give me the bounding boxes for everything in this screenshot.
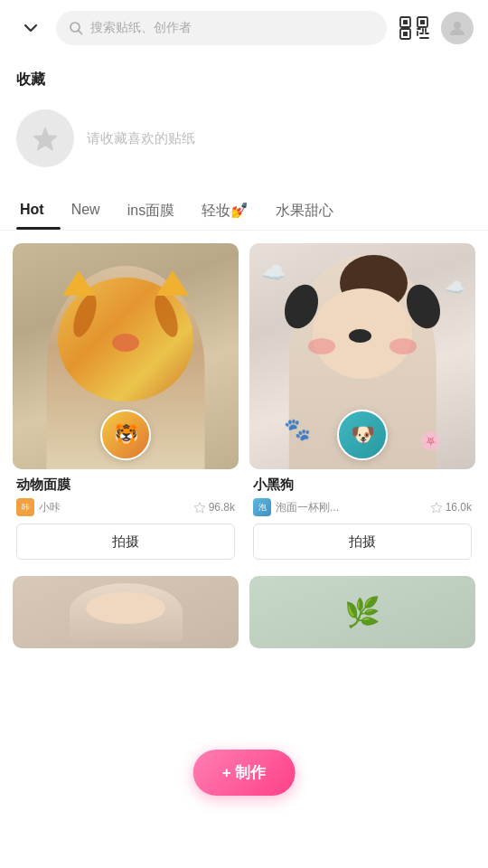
sticker-thumb-dog: 🐶 xyxy=(337,410,388,460)
sticker-author-tiger: 咔 小咔 xyxy=(16,498,61,516)
shoot-button-dog[interactable]: 拍摄 xyxy=(253,524,472,560)
author-avatar-tiger: 咔 xyxy=(16,498,34,516)
sticker-author-dog: 泡 泡面一杯刚... xyxy=(253,498,339,516)
avatar[interactable] xyxy=(441,12,474,44)
sticker-card-tiger: 🐯 动物面膜 咔 小咔 96.8k 拍摄 xyxy=(13,243,239,565)
fab-wrap: + 制作 xyxy=(193,750,296,796)
tab-new[interactable]: New xyxy=(68,193,117,230)
sticker-name-dog: 小黑狗 xyxy=(253,476,472,494)
favorites-icon xyxy=(16,109,74,167)
sticker-meta-dog: 泡 泡面一杯刚... 16.0k xyxy=(253,498,472,516)
star-icon xyxy=(31,124,60,153)
sticker-grid: 🐯 动物面膜 咔 小咔 96.8k 拍摄 xyxy=(0,231,488,565)
sticker-card-dog: ☁️ ☁️ 🐾 🌸 🐶 小黑狗 泡 泡面 xyxy=(249,243,475,565)
svg-line-1 xyxy=(79,31,82,34)
partial-card-2[interactable]: 🌿 xyxy=(249,576,475,648)
sticker-thumb-tiger: 🐯 xyxy=(100,410,151,460)
sticker-image-tiger[interactable]: 🐯 xyxy=(13,243,239,469)
tab-fruit-sweet[interactable]: 水果甜心 xyxy=(272,193,350,230)
tab-light-makeup[interactable]: 轻妆💅 xyxy=(198,193,265,230)
star-outline-icon xyxy=(193,501,206,514)
sticker-info-tiger: 动物面膜 咔 小咔 96.8k 拍摄 xyxy=(13,469,239,565)
tabs-section: Hot New ins面膜 轻妆💅 水果甜心 xyxy=(0,193,488,231)
search-placeholder: 搜索贴纸、创作者 xyxy=(90,20,192,36)
svg-point-15 xyxy=(454,22,461,29)
tabs-row: Hot New ins面膜 轻妆💅 水果甜心 xyxy=(16,193,472,230)
chevron-down-icon[interactable] xyxy=(14,12,47,44)
svg-rect-5 xyxy=(420,20,425,24)
favorites-title: 收藏 xyxy=(16,71,472,90)
tab-ins-mask[interactable]: ins面膜 xyxy=(124,193,191,230)
partial-card-1[interactable] xyxy=(13,576,239,648)
sticker-likes-dog: 16.0k xyxy=(430,501,472,514)
header: 搜索贴纸、创作者 xyxy=(0,0,488,56)
sticker-image-dog[interactable]: ☁️ ☁️ 🐾 🌸 🐶 xyxy=(249,243,475,469)
sticker-likes-tiger: 96.8k xyxy=(193,501,235,514)
svg-marker-17 xyxy=(194,503,205,514)
favorites-empty: 请收藏喜欢的贴纸 xyxy=(16,102,472,182)
svg-marker-16 xyxy=(33,127,57,150)
star-outline-icon-2 xyxy=(430,501,443,514)
sticker-grid-bottom: 🌿 xyxy=(0,565,488,648)
search-bar[interactable]: 搜索贴纸、创作者 xyxy=(56,11,387,45)
search-icon xyxy=(69,21,83,35)
sticker-meta-tiger: 咔 小咔 96.8k xyxy=(16,498,235,516)
create-fab-button[interactable]: + 制作 xyxy=(193,750,296,796)
sticker-info-dog: 小黑狗 泡 泡面一杯刚... 16.0k 拍摄 xyxy=(249,469,475,565)
sticker-name-tiger: 动物面膜 xyxy=(16,476,235,494)
author-avatar-dog: 泡 xyxy=(253,498,271,516)
qr-icon xyxy=(399,15,429,41)
svg-rect-7 xyxy=(403,32,408,36)
qr-button[interactable] xyxy=(396,12,432,44)
favorites-hint: 请收藏喜欢的贴纸 xyxy=(87,130,195,147)
shoot-button-tiger[interactable]: 拍摄 xyxy=(16,524,235,560)
svg-rect-3 xyxy=(403,20,408,24)
user-icon xyxy=(446,17,468,39)
favorites-section: 收藏 请收藏喜欢的贴纸 xyxy=(0,56,488,189)
tab-hot[interactable]: Hot xyxy=(16,193,61,230)
svg-marker-18 xyxy=(431,503,442,514)
